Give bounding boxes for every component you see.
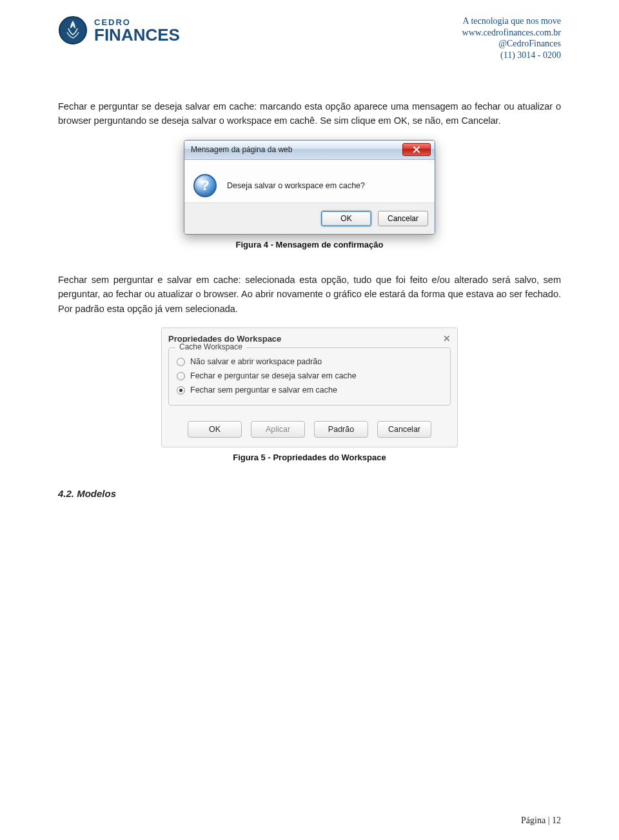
header-url: www.cedrofinances.com.br (462, 27, 561, 39)
default-button[interactable]: Padrão (314, 421, 368, 438)
question-icon: ? (193, 174, 217, 197)
close-button[interactable] (402, 143, 431, 156)
close-icon[interactable]: ✕ (443, 333, 451, 344)
apply-button[interactable]: Aplicar (251, 421, 305, 438)
workspace-properties-dialog: Propriedades do Workspace ✕ Cache Worksp… (161, 327, 458, 447)
radio-label: Não salvar e abrir workspace padrão (190, 357, 322, 366)
cache-workspace-group: Cache Workspace Não salvar e abrir works… (168, 347, 451, 405)
dialog-title: Mensagem da página da web (191, 145, 292, 154)
footer-label: Página (521, 816, 545, 825)
cancel-button[interactable]: Cancelar (378, 211, 428, 226)
dialog-message: Deseja salvar o workspace em cache? (227, 181, 365, 190)
header-phone: (11) 3014 - 0200 (462, 50, 561, 61)
figure-4-caption: Figura 4 - Mensagem de confirmação (58, 240, 561, 249)
wheat-medal-icon (58, 15, 88, 45)
paragraph-2: Fechar sem perguntar e salvar em cache: … (58, 273, 561, 316)
cancel-button[interactable]: Cancelar (377, 421, 431, 438)
radio-icon (177, 358, 185, 366)
page-header: CEDRO FINANCES A tecnologia que nos move… (58, 15, 561, 61)
fieldset-legend: Cache Workspace (175, 342, 246, 351)
header-handle: @CedroFinances (462, 38, 561, 50)
ok-button[interactable]: OK (188, 421, 242, 438)
radio-option-0[interactable]: Não salvar e abrir workspace padrão (177, 355, 442, 369)
radio-option-1[interactable]: Fechar e perguntar se deseja salvar em c… (177, 369, 442, 383)
header-tagline: A tecnologia que nos move (462, 15, 561, 27)
radio-option-2[interactable]: Fechar sem perguntar e salvar em cache (177, 383, 442, 397)
logo-bottom-text: FINANCES (94, 26, 180, 43)
footer-sep: | (545, 816, 552, 825)
close-icon (413, 146, 420, 153)
radio-label: Fechar sem perguntar e salvar em cache (190, 386, 337, 395)
brand-logo: CEDRO FINANCES (58, 15, 180, 45)
radio-icon (177, 372, 185, 380)
header-contact: A tecnologia que nos move www.cedrofinan… (462, 15, 561, 61)
ok-button[interactable]: OK (321, 211, 371, 226)
radio-label: Fechar e perguntar se deseja salvar em c… (190, 371, 357, 380)
figure-5-caption: Figura 5 - Propriedades do Workspace (58, 453, 561, 462)
radio-icon (177, 386, 185, 395)
section-heading: 4.2. Modelos (58, 488, 561, 499)
dialog-titlebar: Mensagem da página da web (184, 141, 435, 160)
page-footer: Página | 12 (521, 816, 561, 826)
paragraph-1: Fechar e perguntar se deseja salvar em c… (58, 99, 561, 128)
footer-page-number: 12 (552, 816, 561, 825)
confirm-dialog: Mensagem da página da web ? Deseja salva… (184, 140, 435, 235)
